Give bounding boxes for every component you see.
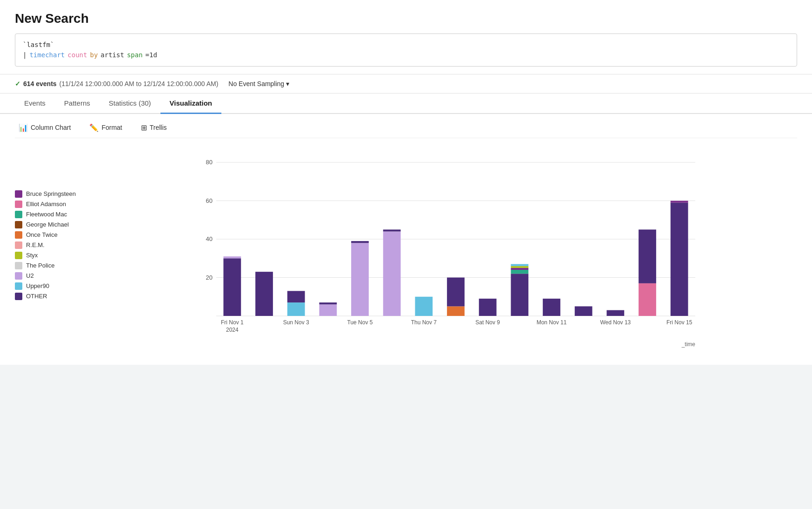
svg-rect-15: [319, 302, 337, 304]
trellis-tool[interactable]: ⊞ Trellis: [137, 121, 171, 134]
legend-label-george-michael: George Michael: [26, 221, 69, 228]
kw-span: span: [127, 50, 143, 60]
trellis-icon: ⊞: [141, 123, 147, 132]
legend-color-the-police: [15, 262, 22, 269]
legend-item-rem: R.E.M.: [15, 241, 89, 249]
legend-color-rem: [15, 241, 22, 249]
legend-color-styx: [15, 252, 22, 259]
results-bar: ✓ 614 events (11/1/24 12:00:00.000 AM to…: [0, 74, 812, 94]
tab-statistics[interactable]: Statistics (30): [100, 94, 160, 114]
legend-label-bruce-springsteen: Bruce Springsteen: [26, 190, 76, 197]
field-artist: artist: [100, 50, 124, 60]
svg-rect-25: [511, 270, 528, 274]
chart-wrapper: 20406080Fri Nov 12024Sun Nov 3Tue Nov 5T…: [100, 153, 797, 350]
results-count: ✓ 614 events (11/1/24 12:00:00.000 AM to…: [15, 80, 218, 87]
svg-rect-11: [255, 272, 273, 316]
chart-legend: Bruce SpringsteenElliot AdamsonFleetwood…: [15, 153, 89, 350]
svg-text:60: 60: [206, 197, 213, 204]
search-index: `lastfm`: [23, 41, 54, 48]
svg-text:Thu Nov 7: Thu Nov 7: [411, 319, 437, 326]
pipe: |: [23, 50, 27, 60]
svg-text:Sat Nov 9: Sat Nov 9: [475, 319, 500, 326]
kw-by: by: [90, 50, 98, 60]
legend-label-other: OTHER: [26, 293, 47, 300]
tab-events[interactable]: Events: [15, 94, 55, 114]
legend-label-the-police: The Police: [26, 262, 54, 269]
svg-rect-35: [671, 201, 688, 202]
tab-visualization[interactable]: Visualization: [160, 94, 221, 114]
column-chart-label: Column Chart: [31, 124, 71, 131]
tabs-bar: Events Patterns Statistics (30) Visualiz…: [0, 94, 812, 114]
content-area: 📊 Column Chart ✏️ Format ⊞ Trellis Bruce…: [0, 114, 812, 365]
header: New Search `lastfm` | timechart count by…: [0, 0, 812, 74]
legend-item-once-twice: Once Twice: [15, 231, 89, 239]
svg-rect-29: [543, 299, 560, 316]
sampling-arrow: ▾: [286, 80, 289, 87]
svg-text:_time: _time: [681, 341, 696, 348]
svg-text:40: 40: [206, 235, 213, 242]
svg-rect-31: [606, 310, 624, 315]
svg-rect-13: [287, 291, 305, 302]
svg-text:Sun Nov 3: Sun Nov 3: [283, 319, 309, 326]
format-tool[interactable]: ✏️ Format: [86, 121, 126, 134]
legend-label-styx: Styx: [26, 252, 38, 259]
sampling-button[interactable]: No Event Sampling ▾: [226, 79, 292, 88]
svg-text:Wed Nov 13: Wed Nov 13: [600, 319, 631, 326]
search-line1: `lastfm`: [23, 40, 789, 50]
svg-rect-30: [575, 306, 592, 316]
svg-rect-10: [223, 256, 241, 258]
legend-label-rem: R.E.M.: [26, 241, 45, 248]
svg-rect-32: [639, 283, 656, 316]
legend-label-u2: U2: [26, 272, 34, 279]
span-value: =1d: [146, 50, 157, 60]
legend-color-u2: [15, 272, 22, 280]
column-chart-tool[interactable]: 📊 Column Chart: [15, 121, 74, 134]
legend-color-once-twice: [15, 231, 22, 239]
svg-rect-21: [447, 306, 465, 316]
legend-label-once-twice: Once Twice: [26, 231, 58, 238]
date-range: (11/1/24 12:00:00.000 AM to 12/1/24 12:0…: [60, 80, 219, 87]
format-icon: ✏️: [89, 123, 99, 132]
svg-text:2024: 2024: [226, 327, 239, 333]
svg-rect-17: [351, 241, 369, 243]
svg-rect-22: [447, 277, 465, 306]
legend-item-other: OTHER: [15, 293, 89, 300]
svg-rect-23: [479, 299, 497, 316]
page-container: New Search `lastfm` | timechart count by…: [0, 0, 812, 509]
trellis-label: Trellis: [150, 124, 167, 131]
column-chart-icon: 📊: [19, 123, 28, 132]
legend-item-the-police: The Police: [15, 262, 89, 269]
search-box[interactable]: `lastfm` | timechart count by artist spa…: [15, 33, 797, 67]
legend-color-bruce-springsteen: [15, 190, 22, 198]
legend-item-upper90: Upper90: [15, 282, 89, 290]
svg-rect-27: [511, 266, 528, 268]
legend-color-elliot-adamson: [15, 201, 22, 208]
legend-color-fleetwood-mac: [15, 211, 22, 218]
svg-rect-16: [351, 243, 369, 316]
svg-rect-34: [671, 202, 688, 315]
legend-label-fleetwood-mac: Fleetwood Mac: [26, 211, 67, 218]
legend-item-styx: Styx: [15, 252, 89, 259]
chart-area: Bruce SpringsteenElliot AdamsonFleetwood…: [15, 146, 797, 350]
legend-item-elliot-adamson: Elliot Adamson: [15, 201, 89, 208]
legend-label-elliot-adamson: Elliot Adamson: [26, 201, 66, 208]
svg-rect-9: [223, 258, 241, 316]
kw-count: count: [67, 50, 87, 60]
svg-text:Mon Nov 11: Mon Nov 11: [537, 319, 567, 326]
legend-item-bruce-springsteen: Bruce Springsteen: [15, 190, 89, 198]
svg-text:20: 20: [206, 274, 213, 281]
svg-rect-14: [319, 304, 337, 316]
svg-rect-24: [511, 274, 528, 316]
svg-rect-33: [639, 229, 656, 283]
legend-label-upper90: Upper90: [26, 282, 49, 289]
legend-item-u2: U2: [15, 272, 89, 280]
svg-rect-26: [511, 268, 528, 270]
svg-rect-20: [415, 297, 433, 316]
page-title: New Search: [15, 11, 797, 26]
svg-rect-28: [511, 264, 528, 266]
svg-text:80: 80: [206, 159, 213, 166]
tab-patterns[interactable]: Patterns: [55, 94, 100, 114]
legend-color-george-michael: [15, 221, 22, 228]
checkmark: ✓: [15, 80, 20, 87]
svg-text:Fri Nov 15: Fri Nov 15: [666, 319, 692, 326]
